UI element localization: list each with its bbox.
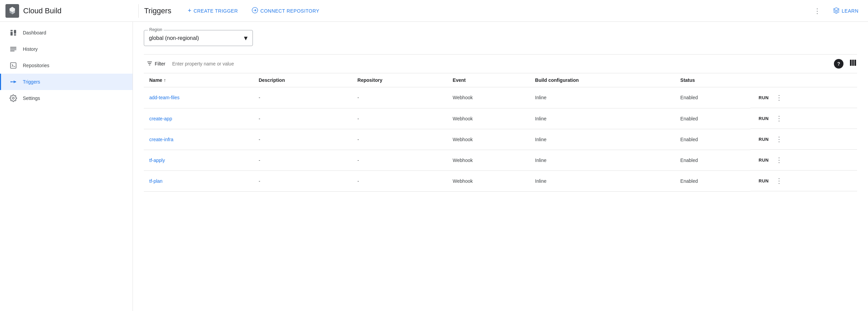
triggers-icon <box>9 78 17 86</box>
name-sort[interactable]: Name ↑ <box>149 77 166 83</box>
filter-input[interactable] <box>172 61 830 66</box>
svg-rect-10 <box>11 63 16 69</box>
learn-label: LEARN <box>842 8 858 14</box>
cell-description-0: - <box>253 87 352 108</box>
cell-actions-2: RUN ⋮ <box>750 129 857 150</box>
col-build-config: Build configuration <box>530 73 675 87</box>
cell-actions-0: RUN ⋮ <box>750 87 857 108</box>
cell-build-config-2: Inline <box>530 129 675 150</box>
cell-name-0: add-team-files <box>144 87 253 108</box>
cell-actions-4: RUN ⋮ <box>750 171 857 191</box>
region-label: Region <box>148 27 164 32</box>
row-more-button-2[interactable]: ⋮ <box>773 134 785 145</box>
settings-label: Settings <box>23 95 40 101</box>
cell-build-config-4: Inline <box>530 171 675 191</box>
svg-point-12 <box>11 81 12 83</box>
cell-event-4: Webhook <box>447 171 530 191</box>
cell-name-4: tf-plan <box>144 171 253 191</box>
cell-actions-1: RUN ⋮ <box>750 108 857 129</box>
sidebar-item-repositories[interactable]: Repositories <box>0 57 133 74</box>
run-button-3[interactable]: RUN <box>756 156 772 165</box>
sidebar-item-history[interactable]: History <box>0 41 133 57</box>
trigger-name-link-2[interactable]: create-infra <box>149 137 173 142</box>
filter-button[interactable]: Filter <box>144 59 168 69</box>
cell-build-config-3: Inline <box>530 150 675 171</box>
svg-rect-16 <box>850 60 852 66</box>
learn-button[interactable]: LEARN <box>829 4 863 17</box>
connect-repository-label: CONNECT REPOSITORY <box>260 8 319 14</box>
columns-icon[interactable] <box>849 59 857 69</box>
table-row: tf-apply - - Webhook Inline Enabled RUN … <box>144 150 857 171</box>
trigger-name-link-0[interactable]: add-team-files <box>149 95 180 100</box>
header-page-title: Triggers <box>144 6 171 15</box>
more-options-button[interactable]: ⋮ <box>811 4 823 18</box>
col-event: Event <box>447 73 530 87</box>
svg-rect-3 <box>11 32 13 35</box>
region-select[interactable]: global (non-regional) us-central1 us-eas… <box>144 30 253 46</box>
cell-repository-1: - <box>352 108 447 129</box>
svg-rect-5 <box>14 34 16 36</box>
region-container: Region global (non-regional) us-central1… <box>144 30 857 46</box>
table-row: create-infra - - Webhook Inline Enabled … <box>144 129 857 150</box>
cell-actions-3: RUN ⋮ <box>750 150 857 171</box>
help-icon[interactable]: ? <box>834 59 843 69</box>
filter-bar: Filter ? <box>144 54 857 73</box>
connect-icon <box>252 7 258 15</box>
create-trigger-button[interactable]: + CREATE TRIGGER <box>182 4 243 17</box>
cell-repository-2: - <box>352 129 447 150</box>
cell-status-3: Enabled <box>675 150 750 171</box>
settings-icon <box>9 94 17 102</box>
cell-description-3: - <box>253 150 352 171</box>
repositories-icon <box>9 61 17 70</box>
col-actions <box>750 73 857 87</box>
layout: Dashboard History <box>0 22 868 311</box>
plus-icon: + <box>188 7 192 14</box>
svg-rect-2 <box>11 30 13 31</box>
col-status: Status <box>675 73 750 87</box>
table-body: add-team-files - - Webhook Inline Enable… <box>144 87 857 192</box>
dashboard-label: Dashboard <box>23 30 46 35</box>
row-more-button-3[interactable]: ⋮ <box>773 154 785 165</box>
run-button-4[interactable]: RUN <box>756 176 772 186</box>
table-row: create-app - - Webhook Inline Enabled RU… <box>144 108 857 129</box>
trigger-name-link-4[interactable]: tf-plan <box>149 178 163 184</box>
row-more-button-0[interactable]: ⋮ <box>773 92 785 103</box>
logo-area: Cloud Build <box>5 4 138 18</box>
sidebar: Dashboard History <box>0 22 133 311</box>
cell-event-3: Webhook <box>447 150 530 171</box>
cell-repository-4: - <box>352 171 447 191</box>
history-label: History <box>23 46 38 52</box>
svg-rect-4 <box>14 30 16 34</box>
cell-name-2: create-infra <box>144 129 253 150</box>
header-actions: + CREATE TRIGGER CONNECT REPOSITORY <box>182 4 811 17</box>
filter-right: ? <box>834 59 857 69</box>
create-trigger-label: CREATE TRIGGER <box>194 8 238 14</box>
triggers-label: Triggers <box>23 79 40 85</box>
col-description: Description <box>253 73 352 87</box>
row-more-button-1[interactable]: ⋮ <box>773 113 785 124</box>
sort-asc-icon: ↑ <box>164 77 166 83</box>
sidebar-item-dashboard[interactable]: Dashboard <box>0 25 133 41</box>
cell-name-3: tf-apply <box>144 150 253 171</box>
dashboard-icon <box>9 29 17 37</box>
cell-name-1: create-app <box>144 108 253 129</box>
cell-build-config-1: Inline <box>530 108 675 129</box>
run-button-0[interactable]: RUN <box>756 93 772 102</box>
main-content: Region global (non-regional) us-central1… <box>133 22 868 311</box>
svg-point-15 <box>12 97 14 99</box>
connect-repository-button[interactable]: CONNECT REPOSITORY <box>246 4 325 17</box>
trigger-name-link-1[interactable]: create-app <box>149 116 172 121</box>
sidebar-item-triggers[interactable]: Triggers <box>0 74 133 90</box>
filter-icon <box>147 60 153 68</box>
row-more-button-4[interactable]: ⋮ <box>773 175 785 186</box>
history-icon <box>9 45 17 53</box>
header-right: ⋮ LEARN <box>811 4 863 18</box>
run-button-1[interactable]: RUN <box>756 114 772 123</box>
trigger-name-link-3[interactable]: tf-apply <box>149 158 165 163</box>
col-name: Name ↑ <box>144 73 253 87</box>
cell-build-config-0: Inline <box>530 87 675 108</box>
sidebar-item-settings[interactable]: Settings <box>0 90 133 106</box>
run-button-2[interactable]: RUN <box>756 135 772 144</box>
cell-description-1: - <box>253 108 352 129</box>
cell-repository-0: - <box>352 87 447 108</box>
